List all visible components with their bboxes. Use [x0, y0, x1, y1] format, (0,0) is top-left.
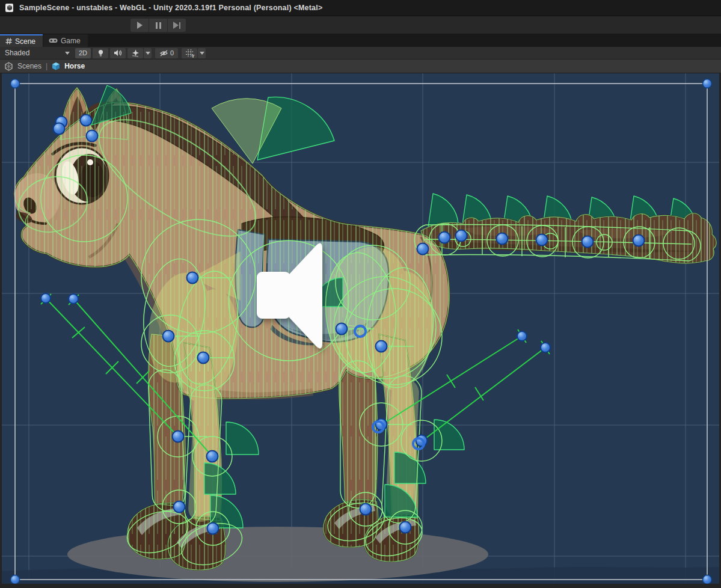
scene-audio-toggle[interactable] — [110, 48, 126, 58]
hidden-count-label: 0 — [170, 49, 174, 57]
hidden-objects-button[interactable]: 0 — [155, 48, 178, 58]
scene-view-toolbar: Shaded 2D — [0, 47, 721, 60]
scene-viewport-canvas[interactable] — [2, 73, 719, 584]
step-button[interactable] — [168, 19, 186, 32]
pause-icon — [156, 22, 161, 29]
unity-app-icon — [5, 3, 14, 13]
grid-hash-icon — [5, 38, 12, 44]
unity-logo-icon — [4, 62, 13, 71]
breadcrumb-separator: | — [46, 62, 48, 70]
prefab-breadcrumb-bar: Scenes | Horse — [0, 60, 721, 73]
tab-game[interactable]: Game — [43, 34, 88, 47]
grid-dropdown-button[interactable] — [198, 48, 206, 58]
unity-editor-window: SampleScene - unstables - WebGL - Unity … — [0, 0, 721, 588]
chevron-down-icon — [200, 52, 204, 55]
draw-mode-dropdown[interactable]: Shaded — [5, 49, 73, 57]
breadcrumb-current-object[interactable]: Horse — [64, 62, 85, 70]
tab-scene-label: Scene — [15, 37, 35, 46]
effects-star-icon — [132, 49, 140, 57]
pause-button[interactable] — [149, 19, 167, 32]
chevron-down-icon — [65, 52, 70, 55]
chevron-down-icon — [146, 52, 150, 55]
main-toolbar — [0, 16, 721, 34]
scene-viewport-frame — [0, 73, 721, 588]
lightbulb-icon — [97, 49, 104, 57]
play-button[interactable] — [130, 19, 149, 32]
2d-label: 2D — [79, 49, 87, 57]
effects-dropdown-button[interactable] — [144, 48, 152, 58]
2d-toggle-button[interactable]: 2D — [75, 48, 91, 58]
tab-scene[interactable]: Scene — [0, 34, 43, 47]
view-tab-bar: Scene Game — [0, 34, 721, 47]
speaker-icon — [114, 49, 122, 57]
scene-lighting-toggle[interactable] — [93, 48, 108, 58]
gamepad-icon — [49, 38, 58, 43]
eye-slash-icon — [159, 50, 168, 57]
effects-visibility-button[interactable] — [127, 48, 143, 58]
breadcrumb-scenes[interactable]: Scenes — [17, 62, 41, 70]
tab-game-label: Game — [61, 37, 81, 45]
draw-mode-label: Shaded — [5, 49, 29, 57]
grid-visibility-button[interactable]: Y — [182, 48, 197, 58]
prefab-cube-icon — [52, 62, 60, 70]
grid-axis-label: Y — [191, 54, 194, 59]
window-title: SampleScene - unstables - WebGL - Unity … — [19, 4, 322, 12]
scene-viewport[interactable] — [2, 73, 719, 584]
step-forward-icon — [173, 22, 180, 29]
play-icon — [137, 22, 143, 29]
window-title-bar: SampleScene - unstables - WebGL - Unity … — [0, 0, 721, 16]
